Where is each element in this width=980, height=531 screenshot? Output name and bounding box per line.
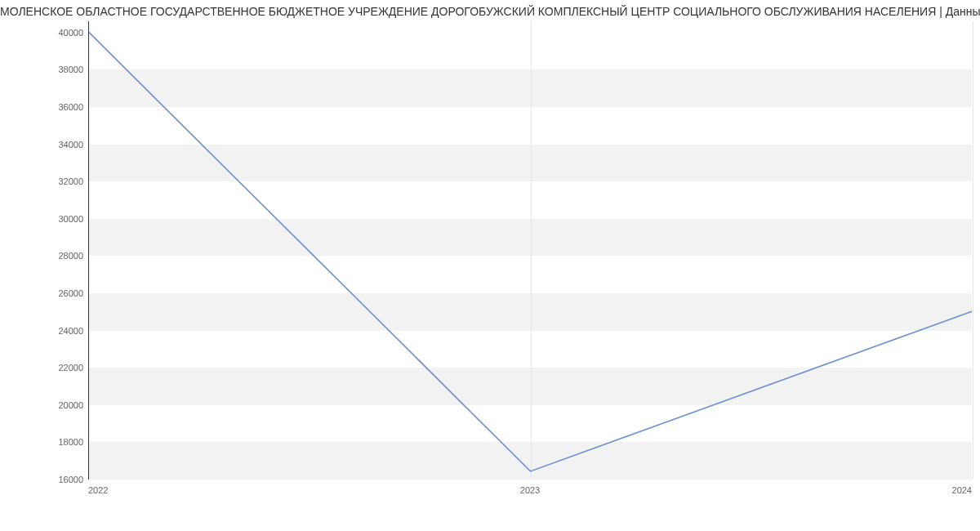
y-axis-tick: 22000 [58,363,83,373]
x-axis-tick: 2024 [952,485,972,495]
y-axis-tick: 36000 [58,102,83,112]
y-axis-tick: 30000 [58,214,83,224]
plot-area [88,21,972,480]
y-axis-tick: 20000 [58,400,83,410]
y-axis-tick: 40000 [58,28,83,38]
y-axis-tick: 34000 [58,140,83,149]
y-axis-tick: 32000 [58,176,83,186]
grid-line-vertical [973,21,973,479]
y-axis-tick: 18000 [58,437,83,447]
data-line [89,33,972,471]
y-axis-tick: 26000 [58,288,83,298]
y-axis-tick: 16000 [58,475,83,484]
y-axis-tick: 38000 [58,65,83,74]
chart-title: МОЛЕНСКОЕ ОБЛАСТНОЕ ГОСУДАРСТВЕННОЕ БЮДЖ… [0,5,980,18]
y-axis-tick: 24000 [58,326,83,336]
y-axis-tick: 28000 [58,251,83,261]
x-axis-tick: 2023 [520,485,540,495]
x-axis-tick: 2022 [88,485,108,495]
